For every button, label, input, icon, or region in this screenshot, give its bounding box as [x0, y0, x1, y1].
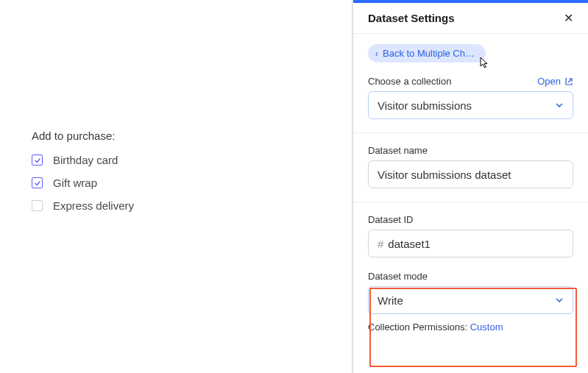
collection-select[interactable]: Visitor submissions: [368, 91, 573, 119]
dataset-name-section: Dataset name Visitor submissions dataset: [368, 145, 573, 188]
dataset-mode-select[interactable]: Write: [368, 286, 573, 314]
chevron-down-icon: [555, 294, 564, 307]
collection-value: Visitor submissions: [378, 99, 472, 112]
dataset-mode-section: Dataset mode Write Collection Permission…: [368, 271, 573, 333]
editor-canvas: Add to purchase: Birthday card Gift wrap…: [0, 0, 353, 373]
checkbox-label: Express delivery: [53, 199, 134, 212]
permissions-link[interactable]: Custom: [470, 322, 503, 333]
back-label: Back to Multiple Choi…: [383, 48, 477, 59]
close-icon[interactable]: ✕: [564, 13, 573, 24]
back-button[interactable]: ‹ Back to Multiple Choi…: [368, 44, 486, 63]
checkbox-item[interactable]: Birthday card: [32, 154, 252, 166]
svg-line-0: [568, 79, 572, 82]
panel-title: Dataset Settings: [368, 12, 455, 24]
collection-label: Choose a collection: [368, 76, 451, 87]
checkbox-group-title: Add to purchase:: [32, 129, 252, 142]
permissions-label: Collection Permissions:: [368, 322, 467, 333]
checkbox-label: Gift wrap: [53, 177, 97, 189]
dataset-id-label: Dataset ID: [368, 214, 573, 225]
checkbox-icon[interactable]: [32, 154, 43, 166]
permissions-line: Collection Permissions: Custom: [368, 322, 573, 333]
hash-icon: #: [378, 238, 383, 250]
external-link-icon: [564, 77, 573, 86]
open-link-label: Open: [537, 76, 561, 87]
cursor-icon: [480, 57, 490, 71]
dataset-mode-label: Dataset mode: [368, 271, 573, 282]
dataset-id-section: Dataset ID #dataset1: [368, 214, 573, 257]
open-collection-link[interactable]: Open: [537, 76, 573, 87]
checkbox-icon[interactable]: [32, 177, 43, 188]
checkbox-item[interactable]: Gift wrap: [32, 177, 252, 189]
settings-panel: Dataset Settings ✕ ‹ Back to Multiple Ch…: [353, 0, 588, 373]
dataset-id-input[interactable]: #dataset1: [368, 230, 573, 257]
collection-section: Choose a collection Open Visitor submiss…: [368, 76, 573, 119]
divider: [353, 132, 588, 133]
dataset-mode-value: Write: [378, 294, 403, 307]
divider: [353, 202, 588, 202]
panel-header: Dataset Settings ✕: [353, 3, 588, 34]
chevron-down-icon: [555, 99, 564, 112]
checkbox-group: Add to purchase: Birthday card Gift wrap…: [32, 129, 252, 222]
checkbox-label: Birthday card: [53, 154, 118, 166]
chevron-left-icon: ‹: [375, 49, 378, 59]
panel-body: ‹ Back to Multiple Choi… Choose a collec…: [353, 34, 588, 335]
checkbox-item[interactable]: Express delivery: [32, 199, 252, 212]
checkbox-icon[interactable]: [32, 200, 43, 211]
dataset-id-value: dataset1: [388, 238, 431, 250]
dataset-name-value: Visitor submissions dataset: [378, 168, 511, 181]
dataset-name-label: Dataset name: [368, 145, 573, 156]
dataset-name-input[interactable]: Visitor submissions dataset: [368, 160, 573, 188]
